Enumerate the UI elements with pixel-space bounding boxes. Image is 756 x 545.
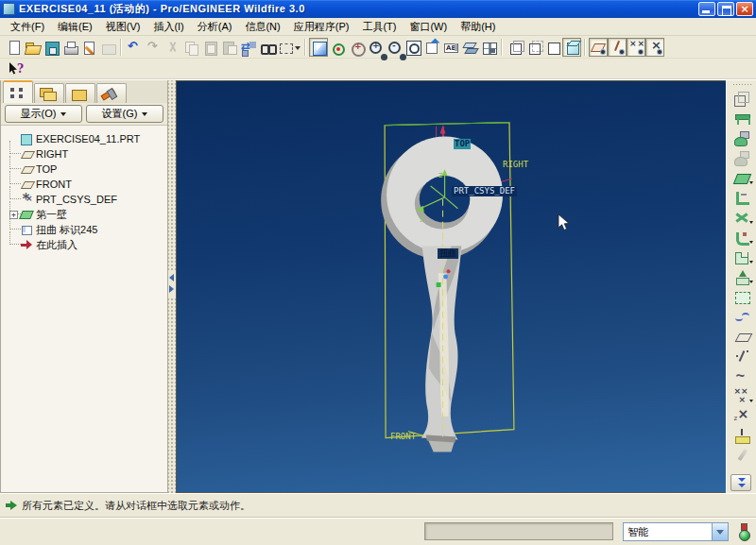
graphics-viewport[interactable]: z y TOP RIGHT PRT_CSYS_DEF 扭曲 FRONT: [176, 80, 726, 493]
tree-item[interactable]: 在此插入: [5, 237, 167, 252]
tab-connections[interactable]: [96, 83, 127, 103]
menu-item[interactable]: 视图(V): [99, 18, 147, 36]
orient-center-icon: [329, 39, 346, 56]
datum-label-top[interactable]: TOP: [454, 139, 471, 149]
dropdown-caret-icon[interactable]: [749, 281, 753, 283]
layers-button[interactable]: [460, 38, 479, 57]
style-tool-button[interactable]: [730, 307, 753, 326]
datum-plane-tool-button[interactable]: [730, 327, 753, 346]
analysis-tool-button[interactable]: [730, 426, 753, 445]
zoom-out-button[interactable]: [385, 38, 404, 57]
sheetmetal-bench-button[interactable]: [730, 109, 753, 128]
punch-form-tool-button[interactable]: [730, 267, 753, 286]
menu-item[interactable]: 帮助(H): [454, 18, 502, 36]
undo-button[interactable]: [125, 38, 144, 57]
tree-settings-button[interactable]: 设置(G): [86, 105, 163, 123]
datum-axis-tool-button[interactable]: [730, 347, 753, 366]
flat-pattern-tool-button[interactable]: [730, 287, 753, 306]
close-button[interactable]: ×: [736, 2, 753, 16]
tab-folder-browser[interactable]: [34, 83, 64, 103]
refit-icon: [404, 39, 421, 56]
corner-relief-tool-button[interactable]: [730, 247, 753, 266]
sash-collapse-arrows[interactable]: [168, 270, 176, 298]
datum-label-front[interactable]: FRONT: [390, 432, 416, 442]
flange-tool-button[interactable]: [730, 188, 753, 207]
toolbar-grip[interactable]: [732, 83, 751, 86]
dropdown-caret-icon[interactable]: [749, 261, 753, 264]
tree-item[interactable]: 扭曲 标识245: [5, 222, 167, 237]
open-file-button[interactable]: [23, 38, 42, 57]
wall-tool-button[interactable]: [730, 128, 753, 147]
csys-tool-button[interactable]: [730, 406, 753, 425]
csys-label[interactable]: PRT_CSYS_DEF: [452, 186, 517, 196]
select-filter-button[interactable]: [309, 38, 328, 57]
panel-sash[interactable]: [168, 80, 176, 493]
datum-points-toggle-button[interactable]: [627, 38, 645, 57]
datum-planes-toggle-button[interactable]: [589, 38, 608, 57]
regenerate-button[interactable]: [238, 38, 257, 57]
save-file-button[interactable]: [42, 38, 60, 57]
print-button[interactable]: [60, 38, 79, 57]
tree-show-button[interactable]: 显示(O): [5, 105, 82, 123]
y-axis-label: y: [420, 213, 425, 222]
tab-favorites[interactable]: [65, 83, 95, 103]
zoom-in-button[interactable]: [366, 38, 385, 57]
tree-item[interactable]: TOP: [5, 162, 167, 177]
tree-item[interactable]: PRT_CSYS_DEF: [5, 192, 167, 207]
no-hidden-button[interactable]: [543, 38, 562, 57]
twist-feature-label[interactable]: 扭曲: [438, 248, 458, 259]
saved-views-icon: [442, 39, 459, 56]
toolbar-scroll-down-button[interactable]: [730, 474, 751, 491]
folder-browser-icon: [35, 84, 63, 103]
curve-tool-button[interactable]: [730, 366, 753, 385]
toolbar-separator: [501, 39, 503, 56]
minimize-button[interactable]: [698, 2, 715, 16]
datum-label-right[interactable]: RIGHT: [503, 160, 528, 170]
menu-item[interactable]: 工具(T): [355, 18, 403, 36]
dropdown-caret-icon[interactable]: [749, 221, 753, 224]
toolbar-separator: [584, 39, 586, 56]
dropdown-caret-icon[interactable]: [749, 181, 753, 184]
combo-dropdown-button[interactable]: [712, 523, 728, 540]
no-hidden-cube-icon: [544, 39, 561, 56]
orient-center-button[interactable]: [328, 38, 347, 57]
wireframe-button[interactable]: [506, 38, 524, 57]
export-button[interactable]: [79, 38, 98, 57]
menu-item[interactable]: 分析(A): [191, 18, 239, 36]
menu-item[interactable]: 窗口(W): [403, 18, 454, 36]
menu-item[interactable]: 文件(F): [4, 18, 51, 36]
flat-wall-tool-button[interactable]: [730, 168, 753, 187]
hidden-line-button[interactable]: [524, 38, 543, 57]
menu-item[interactable]: 应用程序(P): [287, 18, 356, 36]
find-button[interactable]: [257, 38, 276, 57]
csys-toggle-button[interactable]: [645, 38, 664, 57]
view-manager-button[interactable]: [479, 38, 498, 57]
menu-item[interactable]: 信息(N): [238, 18, 286, 36]
selection-filter-combo[interactable]: 智能: [623, 522, 729, 541]
spin-center-button[interactable]: [347, 38, 366, 57]
dropdown-caret-icon[interactable]: [749, 400, 753, 402]
dropdown-caret-icon[interactable]: [295, 46, 301, 50]
bend-tool-button[interactable]: [730, 228, 753, 247]
unbend-tool-button[interactable]: [730, 208, 753, 227]
menu-item[interactable]: 插入(I): [146, 18, 190, 36]
datum-point-tool-button[interactable]: [730, 386, 753, 405]
tree-item[interactable]: RIGHT: [5, 146, 167, 162]
restore-button[interactable]: [717, 2, 734, 16]
reorient-view-button[interactable]: [422, 38, 441, 57]
printer-icon: [61, 39, 78, 56]
tree-item[interactable]: 第一壁: [5, 207, 167, 222]
select-box-button[interactable]: [276, 38, 295, 57]
bottom-bar: 智能: [0, 517, 756, 545]
refit-button[interactable]: [404, 38, 422, 57]
view-style-button[interactable]: [730, 89, 753, 108]
menu-item[interactable]: 编辑(E): [51, 18, 99, 36]
tab-model-tree[interactable]: [3, 80, 33, 103]
dropdown-caret-icon[interactable]: [749, 241, 753, 244]
new-file-button[interactable]: [4, 38, 23, 57]
saved-view-list-button[interactable]: [441, 38, 460, 57]
tree-item[interactable]: EXERCISE04_11.PRT: [5, 131, 167, 146]
context-help-button[interactable]: ?: [6, 60, 28, 77]
datum-axes-toggle-button[interactable]: [608, 38, 627, 57]
shaded-button[interactable]: [562, 38, 581, 57]
